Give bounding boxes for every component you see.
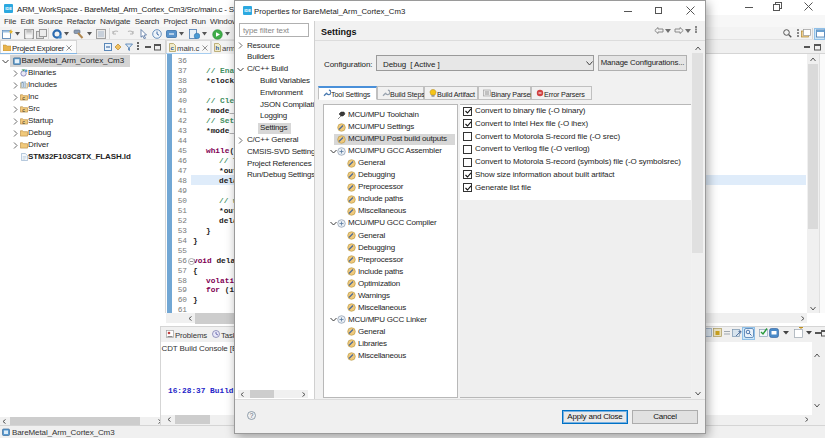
svg-text:c: c <box>22 119 25 125</box>
svg-text:c: c <box>22 95 25 101</box>
svg-text:c: c <box>22 107 25 113</box>
svg-text:h: h <box>216 45 220 51</box>
svg-text:?: ? <box>250 412 254 419</box>
